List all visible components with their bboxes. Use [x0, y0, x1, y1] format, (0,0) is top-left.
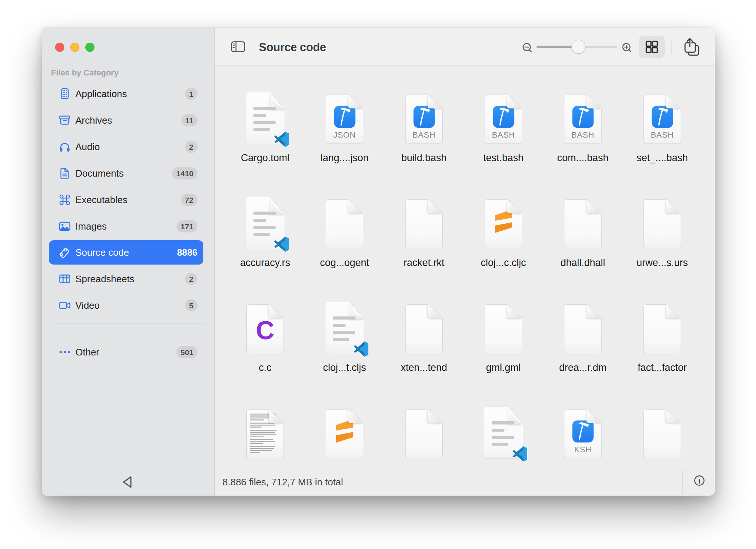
svg-text:i: i: [699, 477, 700, 485]
